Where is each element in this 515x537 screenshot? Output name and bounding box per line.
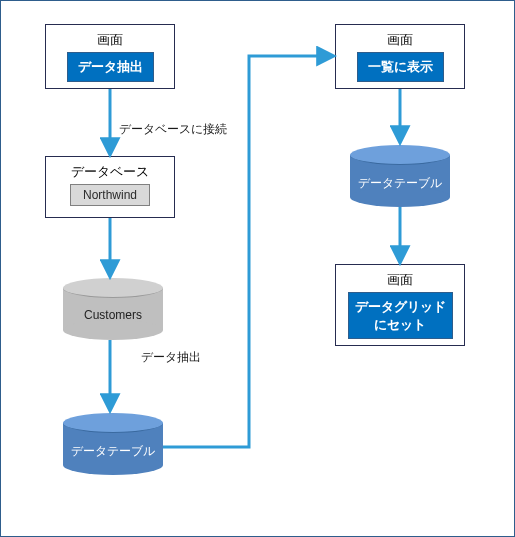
extract-button[interactable]: データ抽出: [67, 52, 154, 82]
database-box: データベース Northwind: [45, 156, 175, 218]
screen-box-extract: 画面 データ抽出: [45, 24, 175, 89]
label-db-connect: データベースに接続: [119, 121, 227, 138]
cylinder-customers: Customers: [63, 278, 163, 340]
northwind-chip: Northwind: [70, 184, 150, 206]
label-extract: データ抽出: [141, 349, 201, 366]
box4-title: 画面: [336, 265, 464, 292]
screen-box-list: 画面 一覧に表示: [335, 24, 465, 89]
datagrid-set-button[interactable]: データグリッドにセット: [348, 292, 453, 339]
cylinder-datatable-left: データテーブル: [63, 413, 163, 475]
arrow-datatable-to-box3: [163, 56, 333, 447]
box2-title: データベース: [46, 157, 174, 184]
cylinder-datatable-right: データテーブル: [350, 145, 450, 207]
list-display-button[interactable]: 一覧に表示: [357, 52, 444, 82]
screen-box-grid: 画面 データグリッドにセット: [335, 264, 465, 346]
box3-title: 画面: [336, 25, 464, 52]
box1-title: 画面: [46, 25, 174, 52]
